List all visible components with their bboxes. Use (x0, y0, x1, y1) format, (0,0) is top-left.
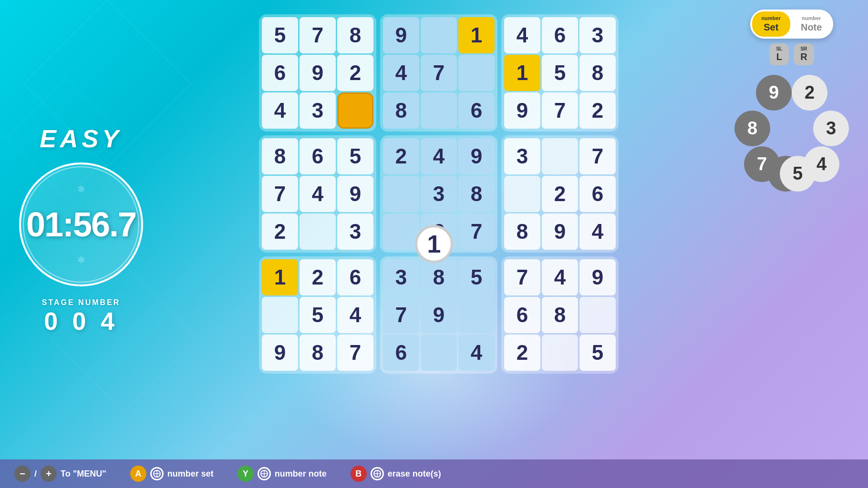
box-0-2: 4 6 3 1 5 8 9 7 2 (501, 14, 619, 132)
table-row[interactable]: 5 (337, 138, 373, 174)
table-row[interactable]: 3 (421, 176, 457, 212)
table-row[interactable]: 8 (300, 335, 336, 371)
table-row[interactable]: 7 (383, 297, 419, 333)
table-row[interactable]: 1 (458, 17, 495, 53)
table-row[interactable]: 7 (579, 138, 616, 174)
b-button[interactable]: B (351, 466, 367, 482)
table-row[interactable] (542, 138, 578, 174)
table-row[interactable]: 3 (300, 92, 336, 129)
table-row[interactable]: 2 (504, 335, 540, 371)
table-row[interactable]: 8 (579, 55, 616, 91)
table-row[interactable]: 4 (421, 138, 457, 174)
table-row[interactable]: 1 (504, 55, 540, 91)
table-row[interactable]: 7 (458, 214, 495, 250)
table-row[interactable]: 4 (262, 92, 298, 129)
table-row[interactable]: 5 (300, 297, 336, 333)
a-button[interactable]: A (130, 466, 146, 482)
table-row[interactable]: 9 (504, 92, 540, 129)
table-row[interactable]: 3 (383, 259, 419, 295)
table-row[interactable] (262, 297, 298, 333)
mode-tabs: number Set number Note (750, 10, 834, 39)
table-row[interactable]: 6 (337, 259, 373, 295)
table-row[interactable]: 6 (383, 335, 419, 371)
left-stick-icon (150, 467, 164, 480)
table-row[interactable]: 6 (579, 176, 616, 212)
table-row[interactable]: 6 (458, 92, 495, 129)
table-row[interactable]: 7 (337, 335, 373, 371)
table-row[interactable]: 3 (504, 138, 540, 174)
plus-button[interactable]: + (41, 466, 57, 482)
table-row[interactable]: 5 (579, 335, 616, 371)
table-row[interactable]: 8 (262, 138, 298, 174)
table-row[interactable] (421, 92, 457, 129)
table-row[interactable]: 5 (262, 17, 298, 53)
table-row[interactable]: 4 (542, 259, 578, 295)
minus-button[interactable]: − (14, 466, 31, 482)
l-button[interactable]: SL L (769, 43, 789, 65)
table-row[interactable]: 9 (300, 55, 336, 91)
table-row[interactable]: 7 (262, 176, 298, 212)
table-row[interactable]: 9 (579, 259, 616, 295)
table-row[interactable]: 3 (337, 214, 373, 250)
table-row[interactable]: 7 (421, 55, 457, 91)
table-row[interactable]: 8 (504, 214, 540, 250)
table-row[interactable]: 8 (458, 176, 495, 212)
table-row[interactable]: 6 (542, 17, 578, 53)
table-row[interactable]: 8 (542, 297, 578, 333)
table-row[interactable]: 5 (542, 55, 578, 91)
bottom-bar: − / + To "MENU" A number set Y number no… (0, 459, 868, 488)
table-row[interactable] (383, 176, 419, 212)
table-row[interactable] (504, 176, 540, 212)
table-row[interactable]: 2 (337, 55, 373, 91)
table-row[interactable] (300, 214, 336, 250)
wheel-5[interactable]: 5 (780, 156, 816, 192)
table-row[interactable]: 8 (421, 259, 457, 295)
table-row[interactable]: 7 (300, 17, 336, 53)
table-row[interactable] (458, 55, 495, 91)
table-row[interactable]: 4 (458, 335, 495, 371)
y-action: number note (275, 469, 327, 479)
table-row[interactable]: 4 (383, 55, 419, 91)
table-row[interactable]: 2 (579, 92, 616, 129)
table-row[interactable]: 9 (542, 214, 578, 250)
table-row[interactable]: 6 (262, 55, 298, 91)
tab-number-note[interactable]: number Note (791, 11, 831, 37)
table-row[interactable] (421, 17, 457, 53)
table-row[interactable] (458, 297, 495, 333)
table-row[interactable]: 4 (300, 176, 336, 212)
table-row[interactable]: 4 (504, 17, 540, 53)
table-row[interactable]: 8 (337, 17, 373, 53)
table-row[interactable]: 5 (458, 259, 495, 295)
table-row[interactable]: 6 (300, 138, 336, 174)
table-row[interactable]: 2 (300, 259, 336, 295)
table-row[interactable]: 7 (504, 259, 540, 295)
table-row[interactable] (383, 214, 419, 250)
wheel-8[interactable]: 8 (734, 111, 770, 146)
table-row[interactable]: 4 (337, 297, 373, 333)
r-button[interactable]: SR R (794, 43, 814, 65)
wheel-2[interactable]: 2 (792, 75, 827, 111)
tab-number-set[interactable]: number Set (752, 11, 790, 37)
table-row[interactable]: 7 (542, 92, 578, 129)
table-row[interactable]: 4 (579, 214, 616, 250)
table-row[interactable]: 9 (383, 17, 419, 53)
wheel-9[interactable]: 9 (756, 75, 792, 111)
table-row[interactable]: 9 (458, 138, 495, 174)
table-row[interactable]: 9 (337, 176, 373, 212)
table-row[interactable] (421, 335, 457, 371)
box-2-1: 3 8 5 7 9 6 4 (380, 256, 497, 374)
table-row[interactable]: 1 (262, 259, 298, 295)
table-row[interactable]: 9 (262, 335, 298, 371)
table-row[interactable]: 9 (421, 297, 457, 333)
table-row[interactable]: 2 (262, 214, 298, 250)
table-row[interactable] (542, 335, 578, 371)
table-row[interactable]: 3 (579, 17, 616, 53)
table-row[interactable]: 2 (542, 176, 578, 212)
active-cell[interactable] (337, 92, 373, 129)
table-row[interactable]: 2 (383, 138, 419, 174)
table-row[interactable] (579, 297, 616, 333)
table-row[interactable]: 6 (504, 297, 540, 333)
wheel-3[interactable]: 3 (813, 111, 849, 146)
table-row[interactable]: 8 (383, 92, 419, 129)
y-button[interactable]: Y (238, 466, 254, 482)
